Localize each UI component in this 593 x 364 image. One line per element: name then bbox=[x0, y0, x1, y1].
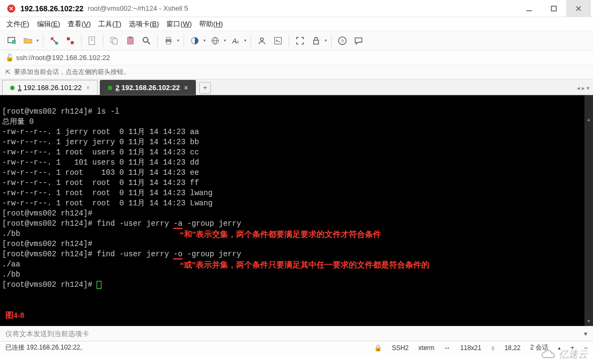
status-pos-icon: ⎀ bbox=[491, 344, 495, 352]
tabstrip: 1 192.168.26.101:22 × 2 192.168.26.102:2… bbox=[0, 79, 593, 95]
color-dropdown-icon[interactable]: ▾ bbox=[203, 38, 206, 43]
print-dropdown-icon[interactable]: ▾ bbox=[177, 38, 179, 43]
status-sess-minus-icon[interactable]: − bbox=[584, 344, 588, 352]
svg-rect-20 bbox=[166, 41, 170, 44]
disconnect-icon[interactable] bbox=[64, 34, 77, 47]
address-text[interactable]: ssh://root@192.168.26.102:22 bbox=[16, 54, 110, 62]
hint-arrow-icon[interactable]: ⇱ bbox=[5, 69, 11, 76]
open-dropdown-icon[interactable]: ▾ bbox=[36, 38, 39, 43]
fullscreen-icon[interactable] bbox=[294, 34, 306, 47]
svg-text:?: ? bbox=[341, 38, 344, 43]
scroll-track[interactable] bbox=[584, 104, 593, 317]
svg-rect-29 bbox=[314, 40, 319, 44]
window-title: 192.168.26.102:22 bbox=[20, 4, 84, 13]
status-size: 118x21 bbox=[460, 344, 481, 352]
font-icon[interactable]: AA bbox=[229, 34, 242, 47]
tab-nav-arrows[interactable]: ◂ ▸ ▾ bbox=[577, 85, 590, 92]
address-bar: 🔓 ssh://root@192.168.26.102:22 bbox=[0, 50, 593, 65]
find-icon[interactable] bbox=[140, 34, 153, 47]
session-tab-1[interactable]: 1 192.168.26.101:22 × bbox=[2, 80, 98, 95]
hint-bar: ⇱ 要添加当前会话，点击左侧的箭头按钮。 bbox=[0, 65, 593, 79]
svg-text:+: + bbox=[13, 39, 15, 44]
status-lock-icon: 🔒 bbox=[374, 344, 382, 352]
font-dropdown-icon[interactable]: ▾ bbox=[244, 38, 246, 43]
properties-icon[interactable] bbox=[86, 34, 99, 47]
terminal[interactable]: [root@vms002 rh124]# ls -l 总用量 0 -rw-r--… bbox=[0, 95, 593, 326]
window-subtitle: root@vms002:~/rh124 - Xshell 5 bbox=[88, 4, 517, 12]
status-dot-icon bbox=[10, 86, 14, 90]
close-tab-icon[interactable]: × bbox=[184, 84, 188, 92]
globe-dropdown-icon[interactable]: ▾ bbox=[224, 38, 226, 43]
toolbar: + ▾ ▾ ▾ ▾ AA▾ ▾ ? bbox=[0, 31, 593, 50]
status-pos: 18,22 bbox=[504, 344, 521, 352]
svg-rect-13 bbox=[113, 39, 117, 44]
tab-label: 192.168.26.101:22 bbox=[24, 84, 82, 92]
script-icon[interactable] bbox=[272, 34, 284, 47]
maximize-button[interactable] bbox=[541, 0, 566, 17]
address-lock-icon: 🔓 bbox=[5, 54, 13, 62]
app-icon bbox=[6, 4, 16, 13]
print-icon[interactable] bbox=[162, 34, 175, 47]
menu-view[interactable]: 查看(V) bbox=[68, 19, 91, 29]
toolbar-separator bbox=[184, 35, 184, 47]
menu-help[interactable]: 帮助(H) bbox=[199, 19, 223, 29]
user-icon[interactable] bbox=[255, 34, 268, 47]
menu-window[interactable]: 窗口(W) bbox=[166, 19, 192, 29]
copy-icon[interactable] bbox=[108, 34, 121, 47]
open-icon[interactable] bbox=[21, 34, 34, 47]
session-tab-2[interactable]: 2 192.168.26.102:22 × bbox=[100, 80, 196, 95]
send-input[interactable]: 仅将文本发送到当前选项卡 bbox=[5, 329, 584, 339]
scroll-down-icon[interactable]: ▼ bbox=[584, 317, 593, 326]
toolbar-separator bbox=[157, 35, 158, 47]
status-ttype: xterm bbox=[419, 344, 435, 352]
close-button[interactable] bbox=[566, 0, 591, 17]
comment-icon[interactable] bbox=[352, 34, 365, 47]
svg-rect-19 bbox=[166, 37, 170, 39]
paste-icon[interactable] bbox=[124, 34, 137, 47]
svg-rect-8 bbox=[71, 41, 74, 43]
lock-icon[interactable] bbox=[310, 34, 323, 47]
minimize-button[interactable] bbox=[517, 0, 541, 17]
toolbar-separator bbox=[43, 35, 43, 47]
menu-tabs[interactable]: 选项卡(B) bbox=[129, 19, 159, 29]
toolbar-separator bbox=[81, 35, 82, 47]
menu-tools[interactable]: 工具(T) bbox=[98, 19, 121, 29]
terminal-scrollbar[interactable]: ▲ ▼ bbox=[584, 95, 593, 326]
svg-point-27 bbox=[260, 38, 263, 40]
svg-text:A: A bbox=[236, 39, 239, 44]
titlebar: 192.168.26.102:22 root@vms002:~/rh124 - … bbox=[0, 0, 593, 17]
lock-dropdown-icon[interactable]: ▾ bbox=[325, 38, 327, 43]
toolbar-separator bbox=[289, 35, 289, 47]
send-bar: 仅将文本发送到当前选项卡 ▾ bbox=[0, 326, 593, 341]
svg-point-6 bbox=[55, 41, 58, 44]
annotation-or: “或”表示并集，两个条件只要满足其中任一要求的文件都是符合条件的 bbox=[180, 260, 429, 270]
globe-icon[interactable] bbox=[209, 34, 222, 47]
status-sess-plus-icon[interactable]: + bbox=[570, 344, 574, 352]
cursor-icon bbox=[97, 281, 101, 289]
menu-edit[interactable]: 编辑(E) bbox=[37, 19, 60, 29]
reconnect-icon[interactable] bbox=[48, 34, 61, 47]
svg-line-17 bbox=[148, 41, 150, 44]
annotation-and: “和”表示交集，两个条件都要满足要求的文件才符合条件 bbox=[180, 229, 381, 240]
menubar: 文件(F) 编辑(E) 查看(V) 工具(T) 选项卡(B) 窗口(W) 帮助(… bbox=[0, 17, 593, 31]
toolbar-separator bbox=[251, 35, 251, 47]
svg-rect-2 bbox=[552, 6, 557, 11]
status-sessions: 2 会话 bbox=[530, 343, 548, 352]
toolbar-separator bbox=[331, 35, 332, 47]
status-resize-icon: ↔ bbox=[444, 344, 451, 352]
menu-file[interactable]: 文件(F) bbox=[6, 19, 30, 29]
help-icon[interactable]: ? bbox=[336, 34, 349, 47]
color-icon[interactable] bbox=[188, 34, 201, 47]
figure-label: 图4-8 bbox=[5, 310, 24, 321]
svg-rect-7 bbox=[67, 37, 70, 40]
status-sess-up-icon[interactable]: ▴ bbox=[558, 345, 561, 351]
new-session-icon[interactable]: + bbox=[5, 34, 18, 47]
svg-rect-15 bbox=[129, 36, 131, 38]
status-bar: 已连接 192.168.26.102:22。 🔒 SSH2 xterm ↔ 11… bbox=[0, 341, 593, 354]
svg-rect-9 bbox=[89, 36, 95, 44]
add-tab-button[interactable]: + bbox=[199, 82, 211, 94]
send-dropdown-icon[interactable]: ▾ bbox=[584, 330, 588, 338]
status-conn: 已连接 192.168.26.102:22。 bbox=[5, 343, 86, 352]
close-tab-icon[interactable]: × bbox=[86, 84, 90, 92]
svg-point-16 bbox=[143, 37, 148, 42]
